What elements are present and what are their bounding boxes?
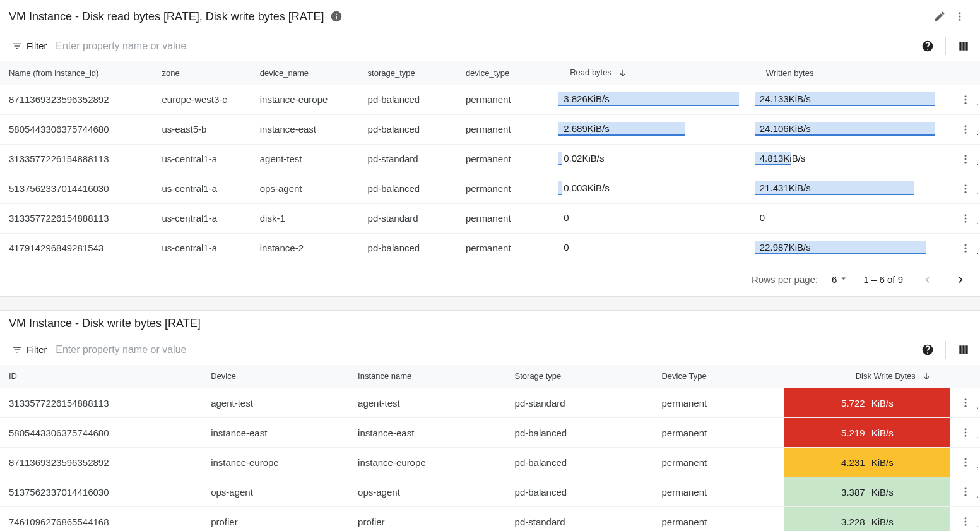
cell-device-type: permanent [461, 144, 558, 174]
row-menu-button[interactable] [955, 119, 976, 140]
panel-title: VM Instance - Disk read bytes [RATE], Di… [9, 10, 324, 23]
columns-button[interactable] [953, 36, 974, 56]
row-menu-button[interactable] [955, 452, 976, 472]
svg-point-3 [965, 95, 967, 97]
next-page-button[interactable] [951, 270, 971, 290]
prev-page-button[interactable] [917, 270, 937, 290]
table-row[interactable]: 3133577226154888113 agent-test agent-tes… [0, 388, 980, 418]
svg-point-6 [965, 125, 967, 127]
cell-written-bytes: 24.106KiB/s [755, 114, 951, 144]
svg-point-20 [965, 250, 967, 252]
cell-device-type: permanent [656, 507, 784, 531]
col-storage-type[interactable]: Storage type [510, 365, 657, 388]
svg-point-12 [965, 184, 967, 186]
cell-storage-type: pd-standard [510, 388, 657, 418]
help-button[interactable] [918, 36, 938, 56]
cell-device: instance-europe [206, 448, 353, 477]
col-device-type[interactable]: device_type [461, 61, 558, 85]
write-value: 4.813KiB/s [760, 152, 806, 165]
cell-instance-name: instance-europe [353, 448, 509, 477]
svg-point-29 [965, 465, 967, 467]
cell-storage-type: pd-balanced [363, 174, 461, 203]
cell-storage-type: pd-balanced [510, 477, 657, 507]
info-icon[interactable] [330, 10, 343, 23]
row-menu-button[interactable] [955, 393, 976, 413]
cell-read-bytes: 0 [558, 203, 755, 233]
divider [945, 37, 946, 55]
panel-disk-write: VM Instance - Disk write bytes [RATE] Fi… [0, 311, 980, 531]
write-value: 0 [760, 211, 765, 225]
row-menu-button[interactable] [955, 179, 976, 199]
table-row[interactable]: 3133577226154888113 us-central1-a agent-… [0, 144, 980, 174]
col-device-name[interactable]: device_name [255, 61, 363, 85]
col-storage-type[interactable]: storage_type [363, 61, 461, 85]
col-zone[interactable]: zone [156, 61, 254, 85]
table-row[interactable]: 5137562337014416030 us-central1-a ops-ag… [0, 174, 980, 203]
read-value: 0.02KiB/s [564, 152, 604, 165]
svg-point-25 [965, 432, 967, 434]
svg-point-17 [965, 220, 967, 222]
cell-device-name: ops-agent [255, 174, 363, 203]
cell-disk-write-bytes: 5.219KiB/s [784, 418, 950, 448]
panel-header: VM Instance - Disk read bytes [RATE], Di… [0, 0, 980, 33]
cell-device-type: permanent [656, 477, 784, 507]
cell-device: profier [206, 507, 353, 531]
help-button[interactable] [918, 340, 938, 360]
row-menu-button[interactable] [955, 422, 976, 443]
rows-per-page-select[interactable]: 6 [832, 273, 849, 286]
svg-point-28 [965, 462, 967, 463]
row-menu-button[interactable] [955, 238, 976, 258]
caret-down-icon [838, 273, 849, 286]
row-menu-button[interactable] [955, 511, 976, 531]
row-menu-button[interactable] [955, 208, 976, 229]
table-row[interactable]: 8711369323596352892 europe-west3-c insta… [0, 85, 980, 114]
cell-device-type: permanent [461, 114, 558, 144]
col-instance-name[interactable]: Instance name [353, 365, 509, 388]
col-read-bytes[interactable]: Read bytes [558, 61, 755, 85]
cell-device: agent-test [206, 388, 353, 418]
col-written-bytes[interactable]: Written bytes [755, 61, 951, 85]
cell-name: 3133577226154888113 [0, 203, 156, 233]
cell-disk-write-bytes: 4.231KiB/s [784, 448, 950, 477]
col-name[interactable]: Name (from instance_id) [0, 61, 156, 85]
table-row[interactable]: 8711369323596352892 instance-europe inst… [0, 448, 980, 477]
table-row[interactable]: 5805443306375744680 instance-east instan… [0, 418, 980, 448]
svg-point-8 [965, 131, 967, 133]
cell-instance-name: ops-agent [353, 477, 509, 507]
cell-device-type: permanent [656, 418, 784, 448]
cell-name: 3133577226154888113 [0, 144, 156, 174]
col-device[interactable]: Device [206, 365, 353, 388]
filter-input[interactable] [54, 40, 918, 52]
cell-storage-type: pd-standard [363, 144, 461, 174]
columns-button[interactable] [953, 340, 974, 360]
cell-device: ops-agent [206, 477, 353, 507]
table-row[interactable]: 7461096276865544168 profier profier pd-s… [0, 507, 980, 531]
cell-storage-type: pd-standard [510, 507, 657, 531]
cell-storage-type: pd-balanced [510, 418, 657, 448]
cell-read-bytes: 3.826KiB/s [558, 85, 755, 114]
table-row[interactable]: 5805443306375744680 us-east5-b instance-… [0, 114, 980, 144]
svg-point-0 [959, 12, 961, 14]
table-row[interactable]: 417914296849281543 us-central1-a instanc… [0, 233, 980, 263]
cell-device-type: permanent [656, 448, 784, 477]
col-id[interactable]: ID [0, 365, 206, 388]
col-disk-write-bytes[interactable]: Disk Write Bytes [784, 365, 950, 388]
cell-zone: us-central1-a [156, 203, 254, 233]
row-menu-button[interactable] [955, 90, 976, 110]
filter-input[interactable] [54, 343, 918, 356]
cell-device-type: permanent [461, 203, 558, 233]
cell-storage-type: pd-balanced [363, 114, 461, 144]
cell-instance-name: agent-test [353, 388, 509, 418]
col-device-type[interactable]: Device Type [656, 365, 784, 388]
edit-button[interactable] [930, 6, 950, 27]
svg-point-10 [965, 158, 967, 160]
svg-point-4 [965, 98, 967, 100]
filter-icon [11, 344, 23, 355]
table-row[interactable]: 3133577226154888113 us-central1-a disk-1… [0, 203, 980, 233]
panel-disk-read-write: VM Instance - Disk read bytes [RATE], Di… [0, 0, 980, 297]
panel-menu-button[interactable] [950, 6, 970, 27]
row-menu-button[interactable] [955, 149, 976, 169]
table-row[interactable]: 5137562337014416030 ops-agent ops-agent … [0, 477, 980, 507]
svg-point-26 [965, 435, 967, 437]
row-menu-button[interactable] [955, 482, 976, 502]
